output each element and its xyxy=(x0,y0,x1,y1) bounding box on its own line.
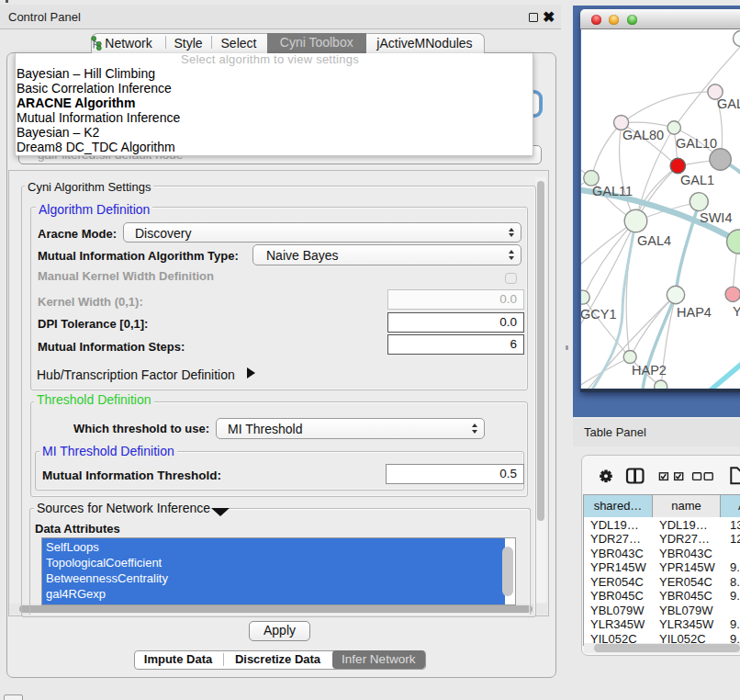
svg-text:SWI4: SWI4 xyxy=(700,210,732,225)
svg-text:GAL: GAL xyxy=(717,96,740,111)
svg-text:HAP4: HAP4 xyxy=(677,305,712,320)
svg-text:HAP2: HAP2 xyxy=(632,363,667,378)
svg-text:GCY1: GCY1 xyxy=(581,307,617,322)
svg-text:GAL80: GAL80 xyxy=(622,128,664,142)
svg-text:GAL11: GAL11 xyxy=(592,184,633,198)
svg-text:GAL1: GAL1 xyxy=(680,173,714,187)
svg-text:GAL10: GAL10 xyxy=(676,136,717,151)
svg-text:Y: Y xyxy=(733,304,740,319)
svg-text:GAL4: GAL4 xyxy=(637,233,671,248)
